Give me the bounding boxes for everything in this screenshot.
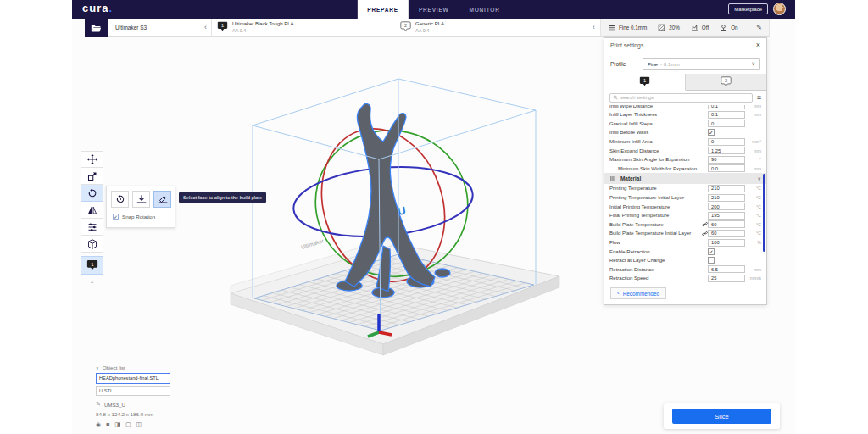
object-list-header[interactable]: ∨ Object list: [96, 364, 176, 370]
lay-flat-button[interactable]: [132, 191, 150, 208]
search-settings-box[interactable]: [609, 93, 753, 103]
per-model-settings-icon: [87, 222, 97, 232]
folder-icon: [91, 23, 102, 34]
setting-value-input[interactable]: 6.5: [708, 265, 745, 273]
summary-support[interactable]: Off: [691, 24, 709, 31]
stage-tab-preview[interactable]: PREVIEW: [409, 0, 459, 19]
printcore-1-icon: 1: [86, 259, 98, 271]
extruder-1-config[interactable]: 1Ultimaker Black Tough PLAAA 0.4: [217, 21, 294, 34]
scale-tool-button[interactable]: [81, 168, 103, 185]
setting-value-input[interactable]: 0.1: [708, 105, 745, 109]
setting-value-input[interactable]: 0.1: [708, 111, 745, 119]
edit-pencil-icon[interactable]: ✎: [96, 401, 101, 408]
setting-row: Maximum Skin Angle for Expansion90°: [604, 155, 766, 164]
setting-value-input[interactable]: 210: [708, 185, 745, 192]
support-blocker-tool-button[interactable]: [81, 236, 103, 253]
printcore-2-icon: 2: [721, 76, 732, 87]
setting-value-input[interactable]: 195: [708, 212, 745, 220]
setting-checkbox[interactable]: ✓: [708, 129, 715, 136]
view-top-icon[interactable]: ◨: [114, 421, 120, 428]
setting-value-input[interactable]: 0: [708, 138, 745, 146]
settings-category-material[interactable]: Material∨: [604, 173, 766, 184]
view-left-icon[interactable]: ▢: [125, 421, 131, 428]
mirror-tool-button[interactable]: [81, 202, 103, 219]
print-settings-summary-bar[interactable]: Fine 0.1mm20%OffOn✎: [601, 19, 770, 37]
align-face-button[interactable]: [153, 191, 171, 208]
setting-unit: mm: [745, 267, 761, 272]
edit-settings-pencil-icon[interactable]: ✎: [756, 24, 762, 31]
setting-row: Final Printing Temperature195°C: [604, 211, 766, 220]
collapse-chevron-icon[interactable]: ‹: [204, 24, 207, 31]
setting-value-input[interactable]: 1.25: [708, 147, 745, 154]
chevron-down-icon: ∨: [752, 61, 755, 66]
extruder-1-select-button[interactable]: 1: [81, 256, 103, 275]
setting-label: Printing Temperature: [609, 186, 708, 191]
marketplace-button[interactable]: Marketplace: [728, 3, 768, 14]
setting-row: Minimum Skin Width for Expansion0.0mm: [604, 164, 766, 174]
setting-value-input[interactable]: 60: [708, 230, 745, 237]
collapse-chevron-icon[interactable]: ‹: [593, 24, 595, 31]
chevron-left-icon: ‹: [617, 290, 620, 297]
search-settings-input[interactable]: [620, 95, 749, 100]
object-list-item[interactable]: HEADphonestand-final.STL: [96, 373, 170, 384]
setting-unit: °C: [745, 231, 761, 236]
stage-tab-monitor[interactable]: MONITOR: [459, 0, 509, 19]
setting-row: Retraction Distance6.5mm: [604, 265, 766, 275]
recommended-button[interactable]: ‹ Recommended: [610, 287, 666, 299]
rotate-tool-button[interactable]: [81, 185, 103, 202]
setting-value-input[interactable]: 100: [708, 239, 745, 247]
setting-unit: mm: [745, 112, 761, 117]
stage-tab-prepare[interactable]: PREPARE: [357, 0, 409, 19]
move-tool-button[interactable]: [81, 151, 103, 168]
settings-menu-icon[interactable]: ≡: [757, 94, 761, 102]
setting-value-input[interactable]: 90: [708, 156, 745, 164]
setting-value-input[interactable]: 60: [708, 220, 745, 228]
chevron-down-icon: ∨: [96, 365, 99, 370]
view-right-icon[interactable]: ◫: [136, 421, 142, 428]
setting-value-input[interactable]: 0.0: [708, 164, 745, 172]
viewport-3d[interactable]: Ultimaker U: [72, 37, 795, 434]
profile-dropdown[interactable]: Fine - 0.1mm ∨: [643, 58, 760, 70]
extruder-1-tab[interactable]: 1: [604, 74, 686, 91]
rotate-icon: [87, 188, 97, 198]
account-avatar[interactable]: [773, 3, 786, 15]
reset-rotation-button[interactable]: [111, 191, 129, 208]
setting-label: Skin Expand Distance: [609, 148, 708, 153]
setting-row: Infill Before Walls✓: [604, 128, 766, 137]
svg-text:2: 2: [725, 78, 727, 83]
settings-list: Infill Wipe Distance0.1mmInfill Layer Th…: [604, 104, 766, 286]
close-icon[interactable]: ×: [756, 42, 760, 49]
summary-adhesion[interactable]: On: [720, 24, 737, 31]
setting-unit: °C: [745, 213, 761, 218]
nozzle-name: AA 0.4: [415, 28, 444, 34]
slice-button[interactable]: Slice: [672, 409, 771, 424]
printer-selector[interactable]: Ultimaker S3 ‹: [108, 19, 212, 37]
setting-value-input[interactable]: 25: [708, 275, 745, 282]
setting-checkbox[interactable]: [708, 257, 715, 264]
setting-value-input[interactable]: 0: [708, 120, 745, 127]
setting-label: Retract at Layer Change: [609, 258, 708, 263]
setting-value-input[interactable]: 210: [708, 194, 745, 202]
extruder-2-select-button[interactable]: ×: [81, 275, 103, 288]
setting-checkbox[interactable]: ✓: [708, 248, 715, 255]
snap-rotation-checkbox[interactable]: ✓: [113, 214, 119, 220]
setting-row: Minimum Infill Area0mm²: [604, 137, 766, 147]
support-icon: [691, 24, 698, 31]
view-front-icon[interactable]: ■: [106, 421, 109, 428]
open-file-button[interactable]: [85, 19, 108, 37]
extruder-2-config[interactable]: 2Generic PLAAA 0.4: [400, 21, 444, 34]
summary-infill[interactable]: 20%: [658, 24, 680, 31]
material-config-bar: 1Ultimaker Black Tough PLAAA 0.4 2Generi…: [212, 19, 601, 37]
setting-label: Minimum Skin Width for Expansion: [609, 166, 708, 171]
summary-profile[interactable]: Fine 0.1mm: [608, 24, 647, 31]
view-3d-icon[interactable]: ◉: [96, 421, 101, 428]
settings-scrollbar[interactable]: [763, 174, 765, 252]
extruder-2-tab[interactable]: 2: [686, 74, 766, 90]
setting-row: Printing Temperature Initial Layer210°C: [604, 193, 766, 203]
setting-row: Gradual Infill Steps0: [604, 120, 766, 129]
object-list-item[interactable]: U.STL: [96, 386, 170, 397]
per-model-settings-tool-button[interactable]: [81, 219, 103, 236]
setting-value-input[interactable]: 200: [708, 203, 745, 210]
print-settings-panel: Print settings × Profile Fine - 0.1mm ∨ …: [604, 37, 767, 305]
setting-label: Retraction Speed: [609, 275, 708, 281]
